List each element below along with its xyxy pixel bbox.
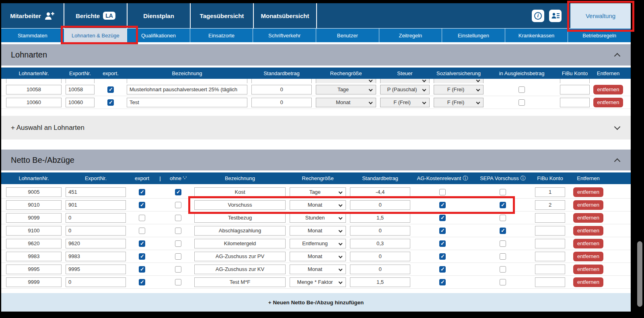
subnav-schriftverkehr[interactable]: Schriftverkehr [253, 29, 316, 42]
rechengroesse-select[interactable]: Tage [316, 85, 376, 94]
ag-kostenrelevant-checkbox[interactable] [439, 215, 446, 221]
rechengroesse-select[interactable]: Monat [290, 226, 346, 236]
ausgleichsbetrag-checkbox[interactable] [518, 86, 525, 93]
tab-monatsuebersicht[interactable]: Monatsübersicht [254, 3, 317, 28]
bezeichnung-input[interactable] [194, 213, 286, 223]
standardbetrag-input[interactable] [251, 79, 312, 83]
lohnartennr-input[interactable] [6, 226, 62, 236]
fibu-input[interactable] [535, 239, 565, 248]
info-icon[interactable]: ⓘ [521, 175, 526, 181]
export-checkbox[interactable] [139, 202, 145, 208]
ohne-minus-checkbox[interactable] [175, 228, 181, 234]
bezeichnung-input[interactable] [194, 265, 286, 274]
lohnartennr-input[interactable] [6, 200, 62, 210]
export-checkbox[interactable] [139, 228, 145, 234]
lohnartennr-input[interactable] [6, 187, 62, 197]
lohnartennr-input[interactable] [6, 213, 62, 223]
export-checkbox[interactable] [139, 240, 145, 247]
steuer-select[interactable] [380, 79, 430, 83]
add-netto-row-button[interactable]: + Neuen Netto Be-/Abzug hinzufügen [1, 293, 631, 312]
sozialversicherung-select[interactable]: F (Frei) [434, 85, 484, 94]
ohne-minus-checkbox[interactable] [175, 279, 181, 285]
chevron-down-icon[interactable] [614, 124, 621, 130]
sepa-vorschuss-checkbox[interactable] [500, 189, 506, 195]
rechengroesse-select[interactable]: Monat [290, 265, 346, 274]
standardbetrag-input[interactable] [350, 226, 410, 236]
fibu-input[interactable] [535, 213, 565, 223]
lohnartennr-input[interactable] [6, 277, 62, 287]
lohnartennr-input[interactable] [6, 265, 62, 274]
sozialversicherung-select[interactable]: F (Frei) [434, 98, 484, 107]
ohne-minus-checkbox[interactable] [175, 253, 181, 260]
export-checkbox[interactable] [139, 266, 145, 273]
lohnartennr-input[interactable] [6, 79, 62, 83]
remove-button[interactable]: entfernen [593, 98, 623, 107]
fibu-input[interactable] [535, 252, 565, 261]
ohne-minus-checkbox[interactable] [175, 266, 181, 273]
fibu-input[interactable] [535, 277, 565, 287]
subnav-stammdaten[interactable]: Stammdaten [1, 29, 64, 42]
exportnr-input[interactable] [66, 187, 126, 197]
ag-kostenrelevant-checkbox[interactable] [439, 240, 446, 247]
subnav-lohnarten-bezuege[interactable]: Lohnarten & Bezüge [64, 29, 128, 42]
standardbetrag-input[interactable] [350, 252, 410, 261]
standardbetrag-input[interactable] [350, 200, 410, 210]
exportnr-input[interactable] [66, 277, 126, 287]
subnav-qualifikationen[interactable]: Qualifikationen [127, 29, 190, 42]
subnav-einsatzorte[interactable]: Einsatzorte [190, 29, 253, 42]
rechengroesse-select[interactable]: Monat [290, 200, 346, 210]
lohnartennr-input[interactable] [6, 239, 62, 248]
ag-kostenrelevant-checkbox[interactable] [439, 266, 446, 273]
ag-kostenrelevant-checkbox[interactable] [439, 189, 446, 195]
ohne-minus-checkbox[interactable] [175, 240, 181, 247]
export-checkbox[interactable] [107, 86, 114, 93]
bezeichnung-input[interactable] [194, 187, 286, 197]
fibu-input[interactable] [560, 85, 590, 94]
sepa-vorschuss-checkbox[interactable] [500, 228, 506, 234]
fibu-input[interactable] [535, 200, 565, 210]
bezeichnung-input[interactable] [194, 277, 286, 287]
contact-card-icon[interactable] [549, 10, 562, 22]
bezeichnung-input[interactable] [127, 98, 247, 107]
sozialversicherung-select[interactable] [434, 79, 484, 83]
bezeichnung-input[interactable] [194, 252, 286, 261]
ag-kostenrelevant-checkbox[interactable] [439, 228, 446, 234]
ag-kostenrelevant-checkbox[interactable] [439, 202, 446, 208]
remove-button[interactable]: entfernen [573, 187, 603, 197]
exportnr-input[interactable] [66, 213, 126, 223]
remove-button[interactable]: entfernen [573, 252, 603, 261]
export-checkbox[interactable] [139, 189, 145, 195]
standardbetrag-input[interactable] [251, 98, 312, 107]
exportnr-input[interactable] [66, 98, 95, 107]
exportnr-input[interactable] [66, 200, 126, 210]
auswahl-lohnarten-bar[interactable]: + Auswahl an Lohnarten [1, 116, 631, 140]
lohnartennr-input[interactable] [6, 98, 62, 107]
export-checkbox[interactable] [139, 279, 145, 285]
standardbetrag-input[interactable] [350, 265, 410, 274]
standardbetrag-input[interactable] [350, 213, 410, 223]
rechengroesse-select[interactable]: Monat [290, 252, 346, 261]
info-icon[interactable]: ⓘ [463, 175, 468, 181]
export-checkbox[interactable] [107, 99, 114, 106]
scrollbar-thumb[interactable] [637, 241, 642, 307]
rechengroesse-select[interactable]: Menge * Faktor [290, 277, 346, 287]
remove-button[interactable]: entfernen [573, 200, 603, 210]
chevron-up-icon[interactable] [614, 158, 621, 164]
exportnr-input[interactable] [66, 239, 126, 248]
sepa-vorschuss-checkbox[interactable] [500, 215, 506, 221]
info-icon[interactable]: i [532, 10, 544, 22]
fibu-input[interactable] [535, 265, 565, 274]
steuer-select[interactable]: P (Pauschal) [380, 85, 430, 94]
exportnr-input[interactable] [66, 226, 126, 236]
bezeichnung-input[interactable] [194, 200, 286, 210]
remove-button[interactable]: entfernen [573, 265, 603, 274]
tab-tagesuebersicht[interactable]: Tagesübersicht [191, 3, 254, 28]
sepa-vorschuss-checkbox[interactable] [500, 266, 506, 273]
ohne-minus-checkbox[interactable] [175, 202, 181, 208]
subnav-krankenkassen[interactable]: Krankenkassen [505, 29, 568, 42]
fibu-input[interactable] [560, 98, 590, 107]
rechengroesse-select[interactable]: Monat [316, 98, 376, 107]
tab-dienstplan[interactable]: Dienstplan [128, 3, 191, 28]
fibu-input[interactable] [535, 187, 565, 197]
remove-button[interactable]: entfernen [573, 226, 603, 236]
